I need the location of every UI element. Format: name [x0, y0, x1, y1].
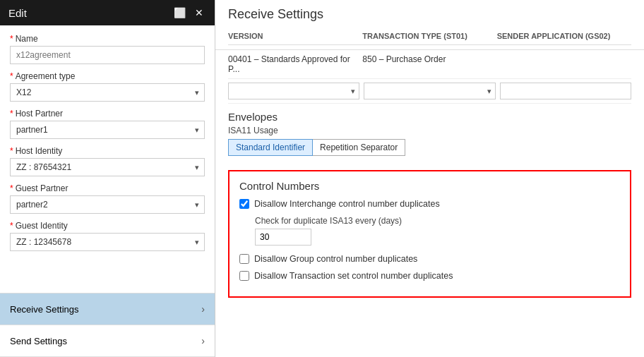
- group-duplicate-row: Disallow Group control number duplicates: [239, 254, 620, 264]
- guest-identity-select[interactable]: ZZ : 12345678: [10, 233, 205, 251]
- agreement-type-field-group: *Agreement type X12: [10, 71, 205, 102]
- sender-app-input-wrapper: [500, 83, 631, 99]
- table-row: 00401 – Standards Approved for P... 850 …: [228, 50, 631, 79]
- send-settings-label: Send Settings: [10, 336, 67, 346]
- isa-label: ISA11 Usage: [228, 126, 631, 135]
- sidebar-item-receive-settings[interactable]: Receive Settings ›: [0, 294, 215, 325]
- host-partner-select[interactable]: partner1: [10, 121, 205, 139]
- control-numbers-box: Control Numbers Disallow Interchange con…: [228, 170, 631, 298]
- agreement-type-select-wrapper: X12: [10, 83, 205, 102]
- guest-partner-label: *Guest Partner: [10, 183, 205, 193]
- right-panel: Receive Settings VERSION TRANSACTION TYP…: [215, 0, 644, 357]
- left-header: Edit ⬜ ✕: [0, 0, 215, 25]
- transaction-type-select-wrapper: [364, 83, 495, 99]
- edit-title: Edit: [8, 7, 27, 19]
- agreement-type-select[interactable]: X12: [10, 83, 205, 102]
- col-header-sender-app: SENDER APPLICATION (GS02): [497, 30, 631, 42]
- close-icon[interactable]: ✕: [192, 6, 206, 20]
- table-header: VERSION TRANSACTION TYPE (ST01) SENDER A…: [228, 28, 631, 45]
- left-panel: Edit ⬜ ✕ *Name *Agreement type X12 *: [0, 0, 215, 357]
- col-header-transaction-type: TRANSACTION TYPE (ST01): [362, 30, 496, 42]
- interchange-duplicate-checkbox[interactable]: [239, 199, 249, 209]
- chevron-right-icon: ›: [201, 303, 205, 315]
- isa-tab-group: Standard Identifier Repetition Separator: [228, 139, 631, 156]
- header-icons: ⬜ ✕: [172, 6, 206, 20]
- version-select[interactable]: [228, 83, 359, 99]
- guest-identity-select-wrapper: ZZ : 12345678: [10, 233, 205, 251]
- col-header-version: VERSION: [228, 30, 362, 42]
- envelopes-title: Envelopes: [228, 111, 631, 123]
- guest-identity-label: *Guest Identity: [10, 221, 205, 231]
- left-body: *Name *Agreement type X12 *Host Partner …: [0, 25, 215, 293]
- sender-app-input[interactable]: [500, 83, 631, 99]
- envelopes-section: Envelopes ISA11 Usage Standard Identifie…: [215, 104, 644, 164]
- right-body: 00401 – Standards Approved for P... 850 …: [215, 50, 644, 104]
- name-field-group: *Name: [10, 34, 205, 64]
- interchange-duplicate-row: Disallow Interchange control number dupl…: [239, 199, 620, 209]
- cell-transaction-type: 850 – Purchase Order: [362, 54, 496, 74]
- name-label: *Name: [10, 34, 205, 44]
- guest-identity-field-group: *Guest Identity ZZ : 12345678: [10, 221, 205, 251]
- receive-settings-label: Receive Settings: [10, 304, 79, 315]
- cell-version: 00401 – Standards Approved for P...: [228, 54, 362, 74]
- transaction-duplicate-label: Disallow Transaction set control number …: [254, 271, 453, 281]
- duplicate-days-label: Check for duplicate ISA13 every (days): [255, 216, 620, 226]
- group-duplicate-label: Disallow Group control number duplicates: [254, 254, 417, 264]
- host-partner-field-group: *Host Partner partner1: [10, 109, 205, 139]
- right-title: Receive Settings: [228, 7, 631, 22]
- host-identity-select[interactable]: ZZ : 87654321: [10, 158, 205, 176]
- transaction-duplicate-checkbox[interactable]: [239, 271, 249, 281]
- name-input[interactable]: [10, 46, 205, 64]
- chevron-right-icon-2: ›: [201, 335, 205, 346]
- host-partner-select-wrapper: partner1: [10, 121, 205, 139]
- version-select-wrapper: [228, 83, 359, 99]
- maximize-icon[interactable]: ⬜: [172, 6, 186, 20]
- guest-partner-select-wrapper: partner2: [10, 195, 205, 214]
- transaction-type-select[interactable]: [364, 83, 495, 99]
- host-identity-select-wrapper: ZZ : 87654321: [10, 158, 205, 176]
- dropdown-row: [228, 79, 631, 104]
- cell-sender-app: [497, 54, 631, 74]
- tab-standard-identifier[interactable]: Standard Identifier: [228, 139, 313, 156]
- transaction-duplicate-row: Disallow Transaction set control number …: [239, 271, 620, 281]
- guest-partner-field-group: *Guest Partner partner2: [10, 183, 205, 214]
- tab-repetition-separator[interactable]: Repetition Separator: [313, 139, 405, 156]
- agreement-type-label: *Agreement type: [10, 71, 205, 81]
- guest-partner-select[interactable]: partner2: [10, 195, 205, 214]
- left-nav: Receive Settings › Send Settings ›: [0, 293, 215, 357]
- host-partner-label: *Host Partner: [10, 109, 205, 119]
- group-duplicate-checkbox[interactable]: [239, 254, 249, 264]
- duplicate-days-input[interactable]: [255, 229, 311, 246]
- right-header: Receive Settings VERSION TRANSACTION TYP…: [215, 0, 644, 50]
- host-identity-field-group: *Host Identity ZZ : 87654321: [10, 146, 205, 176]
- interchange-duplicate-label: Disallow Interchange control number dupl…: [254, 199, 440, 209]
- sidebar-item-send-settings[interactable]: Send Settings ›: [0, 325, 215, 357]
- control-numbers-title: Control Numbers: [239, 180, 620, 192]
- duplicate-days-sub-field: Check for duplicate ISA13 every (days): [255, 216, 620, 246]
- host-identity-label: *Host Identity: [10, 146, 205, 156]
